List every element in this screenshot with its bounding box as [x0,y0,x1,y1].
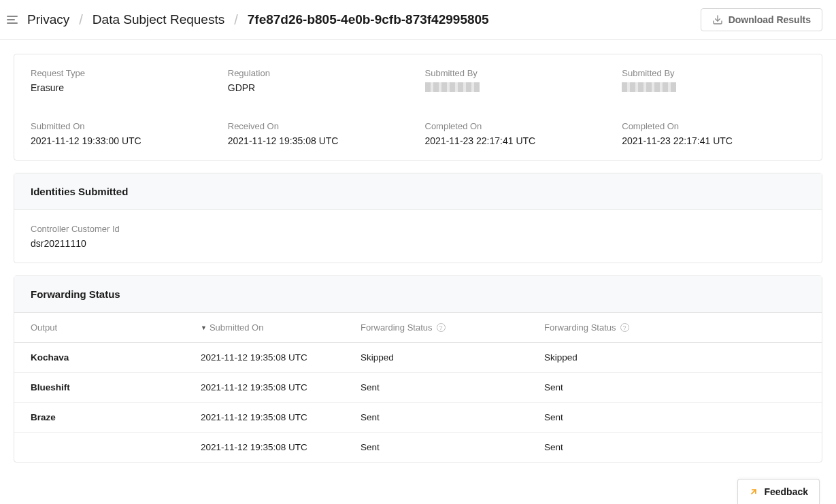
field-label: Received On [228,121,412,131]
th-label: Forwarding Status [544,322,616,333]
help-icon[interactable]: ? [437,323,446,332]
page-header: Privacy / Data Subject Requests / 7fe87d… [0,0,836,40]
feedback-arrow-icon [749,487,758,488]
cell-status-1: Skipped [361,352,544,363]
cell-submitted-on: 2021-11-12 19:35:08 UTC [201,382,361,392]
field-value: dsr20211110 [31,238,805,249]
breadcrumb: Privacy / Data Subject Requests / 7fe87d… [27,12,489,28]
detail-grid: Request Type Erasure Regulation GDPR Sub… [31,68,805,146]
field-value: Erasure [31,82,214,93]
field-label: Completed On [622,121,805,131]
field-value: 2021-11-12 19:35:08 UTC [228,135,412,146]
download-results-button[interactable]: Download Results [701,8,822,31]
identities-panel: Identities Submitted Controller Customer… [14,173,822,263]
th-output[interactable]: Output [31,322,201,333]
cell-status-2: Sent [544,382,805,392]
sort-desc-icon: ▼ [201,324,207,331]
cell-output: Braze [31,412,201,422]
details-panel: Request Type Erasure Regulation GDPR Sub… [14,54,822,161]
field-label: Submitted On [31,121,214,131]
field-value: 2021-11-23 22:17:41 UTC [622,135,805,146]
cell-status-2: Skipped [544,352,805,363]
breadcrumb-separator: / [79,12,83,28]
menu-icon[interactable] [5,13,19,27]
cell-output: Kochava [31,352,201,363]
table-row: Braze2021-11-12 19:35:08 UTCSentSent [14,403,822,433]
help-icon[interactable]: ? [620,323,629,332]
cell-submitted-on: 2021-11-12 19:35:08 UTC [201,442,361,452]
content: Request Type Erasure Regulation GDPR Sub… [0,40,836,488]
field-value: 2021-11-23 22:17:41 UTC [425,135,609,146]
field-value-redacted [622,82,805,94]
forwarding-header: Forwarding Status [14,276,822,313]
feedback-button[interactable]: Feedback [737,479,820,488]
field-completed-on-1: Completed On 2021-11-23 22:17:41 UTC [425,121,609,146]
download-icon [712,14,723,25]
cell-status-1: Sent [361,412,544,422]
field-submitted-by-1: Submitted By [425,68,609,94]
field-regulation: Regulation GDPR [228,68,412,94]
forwarding-table-body: Kochava2021-11-12 19:35:08 UTCSkippedSki… [14,343,822,462]
breadcrumb-current: 7fe87d26-b805-4e0b-9cfb-873f42995805 [248,12,489,27]
field-label: Submitted By [622,68,805,78]
forwarding-table-header: Output ▼ Submitted On Forwarding Status … [14,313,822,343]
th-label: Submitted On [210,322,264,333]
field-label: Request Type [31,68,214,78]
field-label: Submitted By [425,68,609,78]
field-label: Controller Customer Id [31,224,805,234]
header-left: Privacy / Data Subject Requests / 7fe87d… [5,12,489,28]
cell-submitted-on: 2021-11-12 19:35:08 UTC [201,412,361,422]
field-label: Regulation [228,68,412,78]
field-value: 2021-11-12 19:33:00 UTC [31,135,214,146]
feedback-label: Feedback [764,486,808,488]
cell-status-2: Sent [544,442,805,452]
cell-submitted-on: 2021-11-12 19:35:08 UTC [201,352,361,363]
field-submitted-by-2: Submitted By [622,68,805,94]
field-value: GDPR [228,82,412,93]
table-row: Blueshift2021-11-12 19:35:08 UTCSentSent [14,373,822,403]
field-submitted-on: Submitted On 2021-11-12 19:33:00 UTC [31,121,214,146]
breadcrumb-dsr[interactable]: Data Subject Requests [93,12,224,27]
download-label: Download Results [729,14,811,25]
forwarding-panel: Forwarding Status Output ▼ Submitted On … [14,275,822,463]
th-submitted-on[interactable]: ▼ Submitted On [201,322,361,333]
breadcrumb-separator: / [234,12,238,28]
field-label: Completed On [425,121,609,131]
cell-output: Blueshift [31,382,201,392]
cell-status-2: Sent [544,412,805,422]
field-value-redacted [425,82,609,94]
field-request-type: Request Type Erasure [31,68,214,94]
th-forwarding-status-1[interactable]: Forwarding Status ? [361,322,544,333]
table-row: Kochava2021-11-12 19:35:08 UTCSkippedSki… [14,343,822,373]
th-label: Forwarding Status [361,322,433,333]
field-controller-id: Controller Customer Id dsr20211110 [31,224,805,249]
field-completed-on-2: Completed On 2021-11-23 22:17:41 UTC [622,121,805,146]
cell-output [31,442,201,452]
breadcrumb-privacy[interactable]: Privacy [27,12,69,27]
cell-status-1: Sent [361,382,544,392]
identities-header: Identities Submitted [14,173,822,210]
table-row: 2021-11-12 19:35:08 UTCSentSent [14,433,822,462]
field-received-on: Received On 2021-11-12 19:35:08 UTC [228,121,412,146]
th-forwarding-status-2[interactable]: Forwarding Status ? [544,322,805,333]
cell-status-1: Sent [361,442,544,452]
